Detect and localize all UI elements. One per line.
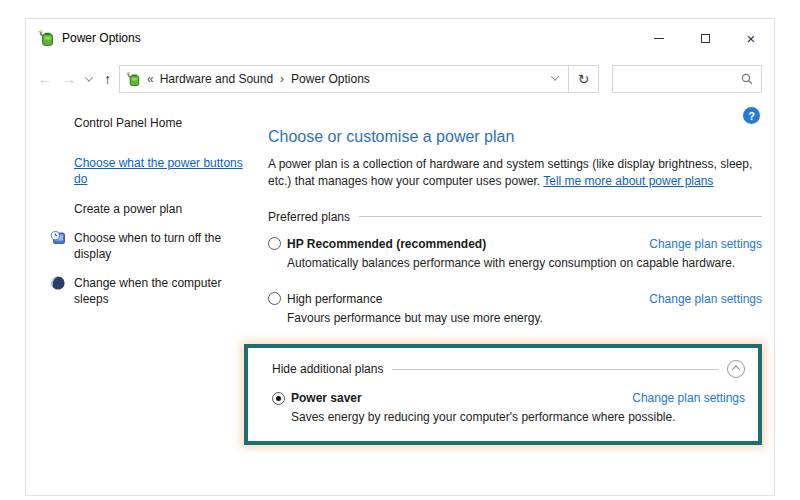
plan-name: HP Recommended (recommended) xyxy=(287,237,486,251)
plan-description: Automatically balances performance with … xyxy=(287,255,762,272)
radio-high-performance[interactable] xyxy=(268,292,281,305)
moon-sleep-icon xyxy=(50,275,66,291)
preferred-plans-header: Preferred plans xyxy=(268,210,762,224)
page-title: Choose or customise a power plan xyxy=(268,128,762,146)
window-controls: × xyxy=(636,19,774,57)
power-buttons-link[interactable]: Choose what the power buttons do xyxy=(74,155,243,187)
plan-row-power-saver: Power saver Change plan settings xyxy=(272,391,745,405)
chevron-down-icon xyxy=(551,72,559,80)
close-button[interactable]: × xyxy=(728,19,774,57)
plan-description: Favours performance but may use more ene… xyxy=(287,310,762,327)
section-label: Hide additional plans xyxy=(272,362,383,376)
plan-description: Saves energy by reducing your computer's… xyxy=(291,409,745,426)
address-row: ← → ↑ « Hardware and Sound › Power Optio… xyxy=(26,57,774,101)
divider xyxy=(359,216,762,217)
minimize-button[interactable] xyxy=(636,19,682,57)
help-icon[interactable]: ? xyxy=(743,107,760,124)
forward-button[interactable]: → xyxy=(62,71,76,87)
minimize-icon xyxy=(654,38,664,39)
recent-pages-chevron-icon[interactable] xyxy=(85,73,93,81)
plan-name: High performance xyxy=(287,292,382,306)
power-options-icon xyxy=(38,30,55,47)
main-content: ? Choose or customise a power plan A pow… xyxy=(268,107,774,445)
sidebar-item-power-buttons: Choose what the power buttons do xyxy=(48,155,243,187)
up-button[interactable]: ↑ xyxy=(104,71,111,87)
change-plan-settings-link[interactable]: Change plan settings xyxy=(649,237,762,251)
maximize-button[interactable] xyxy=(682,19,728,57)
sidebar-item-computer-sleeps[interactable]: Change when the computer sleeps xyxy=(48,275,243,307)
chevron-up-icon xyxy=(732,365,740,373)
address-bar[interactable]: « Hardware and Sound › Power Options ↻ xyxy=(119,65,599,93)
sidebar: Control Panel Home Choose what the power… xyxy=(26,107,268,445)
sidebar-item-turn-off-display[interactable]: Choose when to turn off the display xyxy=(48,230,243,262)
address-dropdown-button[interactable] xyxy=(542,66,568,92)
radio-hp-recommended[interactable] xyxy=(268,237,281,250)
address-bar-tail: ↻ xyxy=(542,66,598,92)
sidebar-item-control-panel-home[interactable]: Control Panel Home xyxy=(48,115,243,131)
search-icon xyxy=(740,72,754,86)
refresh-button[interactable]: ↻ xyxy=(568,66,598,92)
hide-additional-plans-header: Hide additional plans xyxy=(272,360,745,378)
plan-name: Power saver xyxy=(291,391,362,405)
plan-row-hp-recommended: HP Recommended (recommended) Change plan… xyxy=(268,237,762,251)
collapse-button[interactable] xyxy=(727,360,745,378)
change-plan-settings-link[interactable]: Change plan settings xyxy=(632,391,745,405)
sidebar-item-label: Change when the computer sleeps xyxy=(74,276,221,306)
display-clock-icon xyxy=(50,230,66,246)
power-options-icon xyxy=(126,72,141,87)
breadcrumb-power-options[interactable]: Power Options xyxy=(291,72,370,86)
power-options-window: Power Options × ← → ↑ « Hardware and Sou… xyxy=(25,18,775,496)
breadcrumb-overflow[interactable]: « xyxy=(147,72,154,86)
search-box xyxy=(612,65,762,93)
maximize-icon xyxy=(701,34,710,43)
sidebar-item-label: Choose when to turn off the display xyxy=(74,231,221,261)
search-input[interactable] xyxy=(620,72,740,86)
window-title: Power Options xyxy=(62,31,141,45)
section-label: Preferred plans xyxy=(268,210,350,224)
additional-plans-highlight-box: Hide additional plans Power saver Change… xyxy=(244,344,762,445)
tell-me-more-link[interactable]: Tell me more about power plans xyxy=(543,174,713,188)
close-icon: × xyxy=(747,31,756,46)
plan-row-high-performance: High performance Change plan settings xyxy=(268,292,762,306)
breadcrumb-separator: › xyxy=(280,72,284,86)
divider xyxy=(392,369,719,370)
sidebar-item-create-power-plan[interactable]: Create a power plan xyxy=(48,201,243,217)
intro-text: A power plan is a collection of hardware… xyxy=(268,156,762,191)
radio-power-saver[interactable] xyxy=(272,392,285,405)
back-button[interactable]: ← xyxy=(38,71,52,87)
breadcrumb-hardware-and-sound[interactable]: Hardware and Sound xyxy=(160,72,273,86)
window-body: Control Panel Home Choose what the power… xyxy=(26,101,774,445)
change-plan-settings-link[interactable]: Change plan settings xyxy=(649,292,762,306)
title-bar: Power Options × xyxy=(26,19,774,57)
